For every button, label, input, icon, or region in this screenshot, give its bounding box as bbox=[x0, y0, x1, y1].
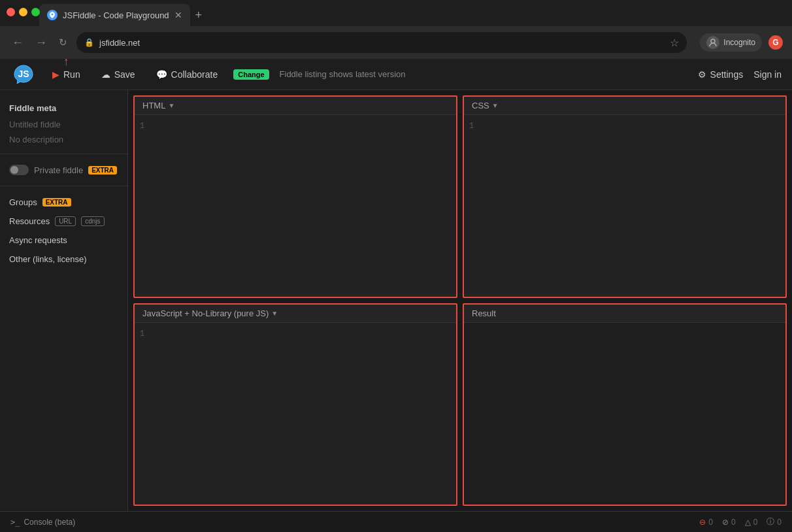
run-button[interactable]: ▶ Run bbox=[47, 67, 86, 82]
css-panel-label: CSS bbox=[472, 101, 489, 110]
info-count: 0 bbox=[777, 518, 782, 527]
console-bar: >_ Console (beta) ⊖ 0 ⊘ 0 △ 0 ⓘ 0 bbox=[0, 511, 792, 532]
async-label: Async requests bbox=[9, 235, 67, 245]
fiddle-title-field[interactable]: Untitled fiddle bbox=[0, 117, 127, 132]
sidebar-item-async[interactable]: Async requests bbox=[0, 231, 127, 250]
fiddle-description-field[interactable]: No description bbox=[0, 132, 127, 147]
info-icon: ⓘ bbox=[767, 516, 774, 527]
sidebar-item-groups[interactable]: Groups EXTRA bbox=[0, 193, 127, 212]
log-icon: △ bbox=[745, 518, 751, 527]
signin-button[interactable]: Sign in bbox=[753, 69, 782, 80]
settings-button[interactable]: ⚙ Settings bbox=[698, 69, 744, 80]
cdnjs-badge: cdnjs bbox=[81, 216, 104, 226]
console-stats: ⊖ 0 ⊘ 0 △ 0 ⓘ 0 bbox=[699, 516, 782, 527]
private-extra-badge: EXTRA bbox=[88, 166, 117, 175]
change-badge: Change bbox=[233, 69, 269, 80]
groups-extra-badge: EXTRA bbox=[42, 198, 71, 207]
console-errors: ⊖ 0 bbox=[699, 518, 713, 527]
private-fiddle-row: Private fiddle EXTRA bbox=[0, 161, 127, 179]
js-panel-label: JavaScript + No-Library (pure JS) bbox=[142, 308, 269, 318]
js-panel-header[interactable]: JavaScript + No-Library (pure JS) ▼ bbox=[135, 305, 456, 323]
app-toolbar: JS ▶ Run ☁ Save 💬 Collaborate Change Fid… bbox=[0, 59, 792, 90]
html-line-number: 1 bbox=[140, 120, 144, 132]
incognito-label: Incognito bbox=[723, 38, 755, 47]
html-editor-body[interactable]: 1 bbox=[135, 115, 456, 297]
css-editor-body[interactable]: 1 bbox=[464, 115, 785, 297]
svg-point-1 bbox=[711, 39, 715, 43]
css-panel-header[interactable]: CSS ▼ bbox=[464, 97, 785, 115]
html-panel: HTML ▼ 1 bbox=[133, 95, 457, 298]
sidebar-divider-2 bbox=[0, 186, 127, 186]
css-dropdown-arrow[interactable]: ▼ bbox=[492, 102, 499, 109]
sidebar-divider-1 bbox=[0, 154, 127, 154]
incognito-icon bbox=[706, 36, 719, 49]
refresh-button[interactable]: ↻ bbox=[56, 34, 70, 51]
error-icon: ⊖ bbox=[699, 518, 706, 527]
sidebar: Fiddle meta Untitled fiddle No descripti… bbox=[0, 90, 128, 511]
tab-close-button[interactable]: ✕ bbox=[174, 10, 182, 20]
new-tab-button[interactable]: + bbox=[195, 4, 203, 26]
error-count: 0 bbox=[708, 518, 713, 527]
result-panel-label: Result bbox=[472, 308, 496, 318]
profile-button[interactable]: G bbox=[768, 35, 783, 50]
settings-icon: ⚙ bbox=[698, 69, 706, 80]
console-logs: △ 0 bbox=[745, 518, 758, 527]
groups-label: Groups bbox=[9, 197, 37, 207]
collaborate-button[interactable]: 💬 Collaborate bbox=[151, 67, 223, 82]
js-dropdown-arrow[interactable]: ▼ bbox=[271, 310, 278, 317]
html-panel-label: HTML bbox=[142, 101, 165, 110]
warning-icon: ⊘ bbox=[722, 518, 729, 527]
html-dropdown-arrow[interactable]: ▼ bbox=[168, 102, 174, 109]
settings-label: Settings bbox=[710, 69, 744, 80]
sidebar-item-other[interactable]: Other (links, license) bbox=[0, 250, 127, 269]
svg-point-0 bbox=[52, 14, 54, 16]
url-text: jsfiddle.net bbox=[99, 38, 140, 48]
collaborate-label: Collaborate bbox=[171, 69, 218, 80]
result-body bbox=[464, 323, 785, 505]
private-label: Private fiddle bbox=[34, 165, 83, 175]
console-warnings: ⊘ 0 bbox=[722, 518, 736, 527]
fiddle-listing-text: Fiddle listing shows latest version bbox=[280, 69, 406, 79]
run-icon: ▶ bbox=[52, 69, 59, 80]
console-info: ⓘ 0 bbox=[767, 516, 782, 527]
resources-label: Resources bbox=[9, 216, 50, 226]
js-line-number: 1 bbox=[140, 328, 144, 340]
jsfiddle-logo[interactable]: JS bbox=[10, 61, 37, 88]
incognito-button[interactable]: Incognito bbox=[700, 33, 762, 52]
minimize-dot[interactable] bbox=[19, 8, 27, 16]
save-button[interactable]: ☁ Save bbox=[96, 67, 140, 82]
active-tab[interactable]: JSFiddle - Code Playground ✕ bbox=[39, 4, 190, 26]
svg-text:JS: JS bbox=[18, 69, 29, 79]
forward-button[interactable]: → bbox=[33, 33, 50, 52]
other-label: Other (links, license) bbox=[9, 254, 86, 264]
tab-favicon bbox=[47, 10, 58, 20]
sidebar-section-title: Fiddle meta bbox=[0, 98, 127, 117]
js-panel: JavaScript + No-Library (pure JS) ▼ 1 bbox=[133, 303, 457, 506]
js-editor-body[interactable]: 1 bbox=[135, 323, 456, 505]
close-dot[interactable] bbox=[7, 8, 15, 16]
html-panel-header[interactable]: HTML ▼ bbox=[135, 97, 456, 115]
warning-count: 0 bbox=[731, 518, 736, 527]
collaborate-icon: 💬 bbox=[156, 69, 167, 80]
result-panel: Result bbox=[463, 303, 787, 506]
css-line-number: 1 bbox=[469, 120, 474, 132]
sidebar-item-resources[interactable]: Resources URL cdnjs bbox=[0, 212, 127, 231]
maximize-dot[interactable] bbox=[31, 8, 40, 16]
url-badge: URL bbox=[55, 216, 76, 226]
editor-area: HTML ▼ 1 CSS ▼ 1 JavaScr bbox=[128, 90, 792, 511]
tab-title: JSFiddle - Code Playground bbox=[63, 10, 169, 20]
terminal-symbol: >_ bbox=[10, 518, 20, 527]
bookmark-icon[interactable]: ☆ bbox=[670, 37, 679, 49]
console-text: Console (beta) bbox=[24, 518, 75, 527]
lock-icon: 🔒 bbox=[84, 38, 94, 47]
result-panel-header: Result bbox=[464, 305, 785, 323]
back-button[interactable]: ← bbox=[9, 33, 26, 52]
console-label[interactable]: >_ Console (beta) bbox=[10, 518, 75, 527]
css-panel: CSS ▼ 1 bbox=[463, 95, 787, 298]
run-label: Run bbox=[63, 69, 80, 80]
save-icon: ☁ bbox=[101, 69, 110, 80]
log-count: 0 bbox=[753, 518, 758, 527]
save-label: Save bbox=[114, 69, 135, 80]
address-bar[interactable]: 🔒 jsfiddle.net ☆ bbox=[76, 32, 687, 53]
private-toggle[interactable] bbox=[9, 165, 29, 175]
